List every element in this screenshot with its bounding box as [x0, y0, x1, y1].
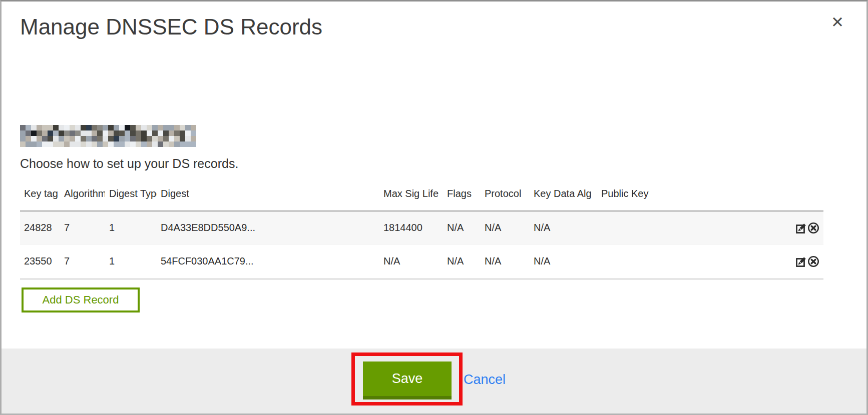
column-header-flags: Flags: [443, 184, 481, 211]
cell-algorithm: 7: [60, 211, 105, 244]
instruction-text: Choose how to set up your DS records.: [20, 156, 238, 171]
column-header-actions: [787, 184, 823, 211]
column-header-protocol: Protocol: [481, 184, 530, 211]
ds-records-table: Key tag Algorithm Digest Type Digest Max…: [20, 184, 823, 280]
cell-key-data-alg: N/A: [530, 211, 597, 244]
dnssec-ds-records-modal: ✕ Manage DNSSEC DS Records Choose how to…: [0, 0, 868, 415]
column-header-max-sig-life: Max Sig Life: [379, 184, 443, 211]
column-header-digest-type: Digest Type: [105, 184, 157, 211]
cell-public-key: [597, 211, 787, 244]
cell-max-sig-life: N/A: [379, 244, 443, 279]
table-row: 23550 7 1 54FCF030AA1C79... N/A N/A N/A …: [20, 244, 823, 279]
cell-digest-type: 1: [105, 244, 157, 279]
column-header-key-tag: Key tag: [20, 184, 60, 211]
cell-key-tag: 23550: [20, 244, 60, 279]
delete-record-icon[interactable]: [807, 222, 819, 234]
table-row: 24828 7 1 D4A33E8DD550A9... 1814400 N/A …: [20, 211, 823, 244]
edit-record-icon[interactable]: [795, 256, 807, 268]
cancel-link[interactable]: Cancel: [464, 372, 506, 388]
modal-title: Manage DNSSEC DS Records: [20, 14, 322, 40]
edit-record-icon[interactable]: [795, 222, 807, 234]
cell-flags: N/A: [443, 244, 481, 279]
cell-public-key: [597, 244, 787, 279]
cell-algorithm: 7: [60, 244, 105, 279]
cell-digest: D4A33E8DD550A9...: [157, 211, 379, 244]
cell-protocol: N/A: [481, 211, 530, 244]
table-header-row: Key tag Algorithm Digest Type Digest Max…: [20, 184, 823, 211]
column-header-public-key: Public Key: [597, 184, 787, 211]
modal-footer: Save Cancel: [2, 348, 866, 414]
cell-max-sig-life: 1814400: [379, 211, 443, 244]
column-header-algorithm: Algorithm: [60, 184, 105, 211]
cell-digest-type: 1: [105, 211, 157, 244]
redacted-domain-name: [20, 125, 196, 147]
cell-flags: N/A: [443, 211, 481, 244]
cell-key-data-alg: N/A: [530, 244, 597, 279]
delete-record-icon[interactable]: [807, 256, 819, 268]
close-icon[interactable]: ✕: [831, 14, 844, 30]
cell-digest: 54FCF030AA1C79...: [157, 244, 379, 279]
add-ds-record-button[interactable]: Add DS Record: [22, 288, 140, 312]
column-header-key-data-alg: Key Data Alg: [530, 184, 597, 211]
row-actions: [787, 211, 823, 244]
column-header-digest: Digest: [157, 184, 379, 211]
row-actions: [787, 244, 823, 279]
save-button[interactable]: Save: [363, 362, 452, 400]
annotation-highlight-box: Save: [351, 352, 463, 406]
cell-key-tag: 24828: [20, 211, 60, 244]
cell-protocol: N/A: [481, 244, 530, 279]
